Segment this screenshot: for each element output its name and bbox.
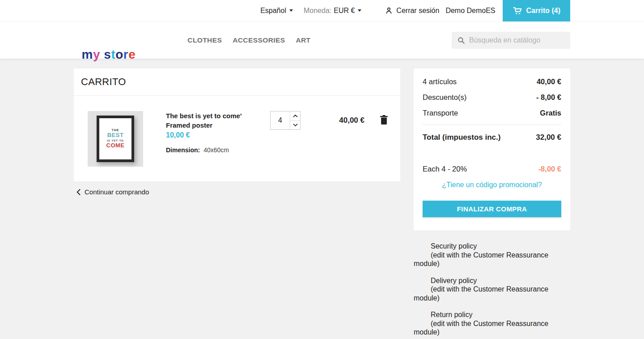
summary-row-value: - 8,00 € [536,93,561,102]
summary-row-label: Descuento(s) [423,93,466,102]
reassurance-title: Return policy [414,310,570,319]
logo-letter: y [93,47,100,61]
search-icon [457,36,465,44]
quantity-stepper [270,111,301,130]
logo-letter: t [111,47,115,61]
framed-poster-graphic: THE BEST IS YET TO COME [97,116,134,162]
summary-row: 4 artículos 40,00 € [423,77,561,86]
logo-letter: s [104,47,111,61]
cart-rule-label: Each 4 - 20% [423,165,467,173]
header: my store CLOTHESACCESSORIESART [0,21,644,59]
chevron-down-icon [289,9,293,12]
poster-text: BEST [106,132,125,139]
reassurance-item: Security policy (edit with the Customer … [414,242,570,268]
reassurance-subtitle: (edit with the Customer Reassurance modu… [414,251,570,268]
currency-value: EUR € [334,7,355,15]
chevron-up-icon [293,114,298,118]
line-total-price: 40,00 € [313,111,364,125]
reassurance-title: Security policy [414,242,570,251]
product-unit-price: 10,00 € [166,131,270,139]
product-name[interactable]: The best is yet to come' Framed poster [166,111,270,130]
chevron-left-icon [76,189,80,195]
product-attribute: Dimension: 40x60cm [166,146,270,154]
currency-selector[interactable]: Moneda: EUR € [304,7,361,15]
sign-out-link[interactable]: Cerrar sesión [385,6,439,15]
currency-label: Moneda: [304,7,331,15]
total-value: 32,00 € [536,133,561,142]
page-title: CARRITO [81,76,393,88]
chevron-down-icon [358,9,361,12]
spacer [423,217,561,221]
reassurance-title: Delivery policy [414,276,570,285]
quantity-decrease-button[interactable] [290,121,300,130]
summary-row-value: Gratis [540,109,561,117]
reassurance-item: Delivery policy (edit with the Customer … [414,276,570,303]
cart-rule-row: Each 4 - 20% -8,00 € [423,165,561,173]
logo-letter: r [123,47,128,61]
logo-letter: o [115,47,123,61]
continue-shopping-label: Continuar comprando [85,188,149,196]
summary-rows: 4 artículos 40,00 € Descuento(s) - 8,00 … [423,77,561,117]
cart-icon [513,6,522,16]
summary-row: Transporte Gratis [423,109,561,117]
poster-text: IS YET TO [106,139,125,142]
quantity-input[interactable] [271,112,290,129]
checkout-button[interactable]: FINALIZAR COMPRA [423,201,561,217]
language-selector[interactable]: Español [260,7,293,15]
cart-item-row: THE BEST IS YET TO COME The best is yet … [74,96,400,181]
logo-letter: e [128,47,136,61]
cart-card: CARRITO THE BEST IS YET TO COME [74,69,400,181]
promo-code-link[interactable]: ¿Tiene un código promocional? [423,181,561,189]
cart-summary-card: 4 artículos 40,00 € Descuento(s) - 8,00 … [414,69,570,230]
total-row: Total (impuestos inc.) 32,00 € [423,133,561,142]
remove-item-button[interactable] [380,111,388,126]
nav-item[interactable]: ACCESSORIES [233,36,285,44]
summary-row: Descuento(s) - 8,00 € [423,93,561,102]
language-label: Español [260,7,286,15]
cart-rule-value: -8,00 € [538,165,561,173]
account-name: Demo DemoES [445,7,495,15]
continue-shopping-link[interactable]: Continuar comprando [76,188,400,196]
reassurance-subtitle: (edit with the Customer Reassurance modu… [414,285,570,302]
reassurance-item: Return policy (edit with the Customer Re… [414,310,570,337]
product-image[interactable]: THE BEST IS YET TO COME [88,111,143,167]
main-nav: CLOTHESACCESSORIESART [187,36,321,44]
summary-row-value: 40,00 € [537,77,561,86]
main-content: CARRITO THE BEST IS YET TO COME [74,69,570,339]
nav-item[interactable]: CLOTHES [187,36,222,44]
quantity-increase-button[interactable] [290,112,300,121]
user-icon [385,6,393,15]
attribute-value: 40x60cm [203,146,229,154]
divider [423,124,561,125]
summary-row-label: 4 artículos [423,77,457,86]
search-box [452,32,570,49]
trash-icon [380,115,388,124]
search-input[interactable] [469,36,563,44]
account-link[interactable]: Demo DemoES [445,7,495,15]
summary-row-label: Transporte [423,109,458,117]
store-logo[interactable]: my store [74,19,136,62]
total-label: Total (impuestos inc.) [423,133,500,142]
logo-letter: m [82,47,93,61]
chevron-down-icon [293,123,298,127]
cart-button-label: Carrito (4) [526,7,560,15]
sign-out-label: Cerrar sesión [396,7,439,15]
reassurance-subtitle: (edit with the Customer Reassurance modu… [414,319,570,337]
attribute-label: Dimension: [166,146,200,154]
cart-button[interactable]: Carrito (4) [503,0,570,21]
reassurance-block: Security policy (edit with the Customer … [414,242,570,337]
nav-item[interactable]: ART [296,36,310,44]
poster-text: COME [106,142,125,149]
